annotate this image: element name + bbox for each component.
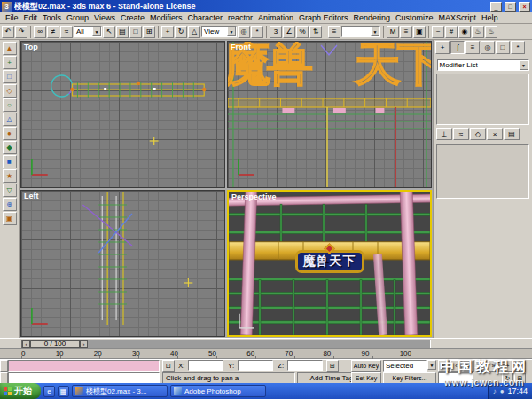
undo-icon[interactable]: ↶ <box>2 26 14 38</box>
select-scale-icon[interactable]: △ <box>188 26 200 38</box>
taskbar-item-photoshop[interactable]: Adobe Photoshop <box>170 385 266 397</box>
maxscript-listener-pink[interactable] <box>8 360 160 372</box>
prev-frame-icon[interactable]: ‹ <box>450 360 462 372</box>
spinner-snap-icon[interactable]: ⇅ <box>309 26 322 38</box>
menu-graph-editors[interactable]: Graph Editors <box>296 13 351 22</box>
percent-snap-icon[interactable]: % <box>296 26 309 38</box>
viewport-left[interactable]: Left <box>20 190 225 337</box>
bind-spacewarp-icon[interactable]: ≈ <box>60 26 73 38</box>
reference-coord-dropdown[interactable]: View ▼ <box>201 26 237 37</box>
left-tool-icon[interactable]: △ <box>3 113 17 126</box>
named-sets-icon[interactable]: ≡ <box>328 26 340 38</box>
left-tool-icon[interactable]: ⊕ <box>3 198 17 211</box>
viewport-left-label[interactable]: Left <box>24 192 39 200</box>
menu-edit[interactable]: Edit <box>21 13 41 22</box>
left-tool-icon[interactable]: ◆ <box>3 141 17 154</box>
left-tool-icon[interactable]: □ <box>3 70 17 83</box>
menu-reactor[interactable]: reactor <box>225 13 255 22</box>
left-tool-icon[interactable]: ◇ <box>3 84 17 98</box>
tray-shield-icon[interactable]: ● <box>500 387 505 395</box>
next-frame-arrow-icon[interactable]: › <box>80 340 88 348</box>
dropdown-arrow-icon[interactable]: ▼ <box>520 60 528 70</box>
maximize-button[interactable]: □ <box>505 2 516 12</box>
menu-group[interactable]: Group <box>64 13 91 22</box>
configure-sets-icon[interactable]: ▤ <box>504 128 520 140</box>
menu-modifiers[interactable]: Modifiers <box>147 13 185 22</box>
viewport-perspective[interactable]: Perspective <box>227 190 432 337</box>
left-tool-icon[interactable]: ● <box>3 127 17 140</box>
left-tool-icon[interactable]: ○ <box>3 98 17 112</box>
menu-file[interactable]: File <box>3 13 21 22</box>
named-selection-dropdown[interactable]: ▼ <box>341 26 380 37</box>
key-filter-dropdown[interactable]: Selected ▼ <box>383 360 436 372</box>
select-manipulate-icon[interactable]: * <box>251 26 263 38</box>
tray-volume-icon[interactable]: ♪ <box>493 387 497 395</box>
menu-tools[interactable]: Tools <box>40 13 64 22</box>
go-end-icon[interactable]: » <box>488 360 499 372</box>
pin-stack-icon[interactable]: ⊥ <box>436 128 452 140</box>
modifier-stack[interactable] <box>436 74 529 125</box>
snap-toggle-icon[interactable]: 3 <box>270 26 282 38</box>
menu-rendering[interactable]: Rendering <box>351 13 394 22</box>
viewport-front-label[interactable]: Front <box>231 43 251 51</box>
remove-modifier-icon[interactable]: × <box>487 128 503 140</box>
motion-tab-icon[interactable]: ◎ <box>481 41 495 54</box>
go-start-icon[interactable]: « <box>438 360 450 372</box>
use-pivot-icon[interactable]: ◎ <box>238 26 250 38</box>
select-rotate-icon[interactable]: ↻ <box>175 26 187 38</box>
viewport-top[interactable]: Top <box>20 41 225 188</box>
display-tab-icon[interactable]: □ <box>496 41 510 54</box>
select-link-icon[interactable]: ∞ <box>34 26 46 38</box>
zoom-icon[interactable]: + <box>502 360 513 372</box>
selection-lock-icon[interactable]: ⊡ <box>162 360 175 372</box>
schematic-view-icon[interactable]: # <box>445 26 458 38</box>
viewport-perspective-label[interactable]: Perspective <box>231 192 277 201</box>
align-icon[interactable]: ≡ <box>400 26 412 38</box>
next-frame-icon[interactable]: › <box>475 360 487 372</box>
make-unique-icon[interactable]: ◇ <box>470 128 486 140</box>
create-tab-icon[interactable]: + <box>435 41 450 54</box>
y-coordinate-field[interactable] <box>238 360 273 371</box>
left-tool-icon[interactable]: ▽ <box>3 184 17 197</box>
menu-animation[interactable]: Animation <box>255 13 296 22</box>
menu-create[interactable]: Create <box>118 13 147 22</box>
selection-filter-dropdown[interactable]: All ▼ <box>74 26 102 37</box>
menu-help[interactable]: Help <box>479 13 501 22</box>
menu-maxscript[interactable]: MAXScript <box>436 13 480 22</box>
left-tool-icon[interactable]: + <box>3 56 17 69</box>
select-object-icon[interactable]: ↖ <box>103 26 115 38</box>
menu-character[interactable]: Character <box>184 13 225 22</box>
dropdown-arrow-icon[interactable]: ▼ <box>427 360 436 370</box>
dropdown-arrow-icon[interactable]: ▼ <box>227 27 236 36</box>
x-coordinate-field[interactable] <box>188 360 223 371</box>
dropdown-arrow-icon[interactable]: ▼ <box>92 27 101 36</box>
curve-editor-icon[interactable]: ~ <box>432 26 444 38</box>
render-scene-icon[interactable]: ♨ <box>472 26 484 38</box>
menu-customize[interactable]: Customize <box>393 13 436 22</box>
select-by-name-icon[interactable]: ▤ <box>116 26 129 38</box>
unlink-selection-icon[interactable]: ≠ <box>47 26 59 38</box>
menu-views[interactable]: Views <box>91 13 118 22</box>
select-move-icon[interactable]: + <box>161 26 174 38</box>
redo-icon[interactable]: ↷ <box>15 26 27 38</box>
left-tool-icon[interactable]: ▲ <box>3 42 17 55</box>
utilities-tab-icon[interactable]: * <box>511 41 525 54</box>
layers-icon[interactable]: ▣ <box>413 26 426 38</box>
time-slider-track[interactable]: ‹ 0 / 100 › <box>21 340 431 348</box>
listener-channel-button[interactable] <box>0 360 8 372</box>
track-bar[interactable]: 0 10 20 30 40 50 60 70 80 90 100 <box>0 348 532 359</box>
time-slider-handle[interactable]: 0 / 100 <box>30 340 80 348</box>
absolute-mode-icon[interactable]: ⊞ <box>326 360 339 372</box>
minimize-button[interactable]: _ <box>490 2 502 12</box>
window-crossing-icon[interactable]: ⊞ <box>143 26 155 38</box>
hierarchy-tab-icon[interactable]: ≡ <box>466 41 480 54</box>
z-coordinate-field[interactable] <box>287 360 323 371</box>
left-tool-icon[interactable]: ▣ <box>3 212 17 225</box>
viewport-front[interactable]: Front 魔兽 天下 <box>227 41 432 188</box>
modify-tab-icon[interactable]: ∫ <box>450 41 465 54</box>
left-tool-icon[interactable]: ★ <box>3 169 17 183</box>
prev-frame-arrow-icon[interactable]: ‹ <box>22 340 30 348</box>
quick-launch-ie-icon[interactable]: e <box>43 386 55 397</box>
start-button[interactable]: 开始 <box>0 383 41 399</box>
rect-region-icon[interactable]: □ <box>129 26 142 38</box>
